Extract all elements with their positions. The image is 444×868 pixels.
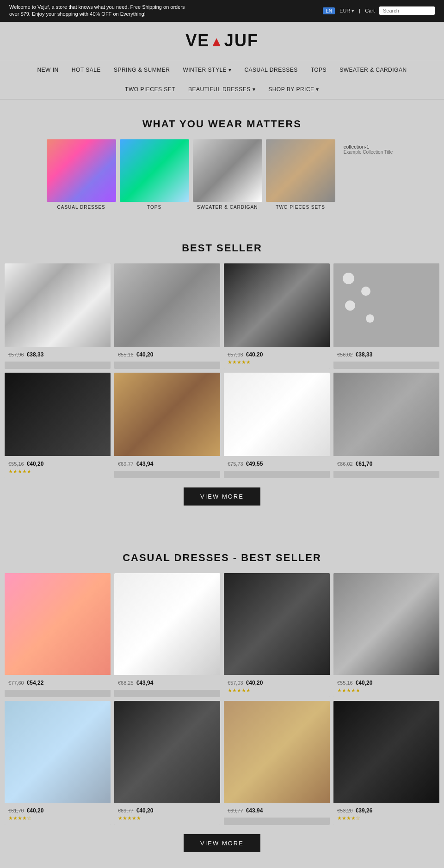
nav-beautiful-dresses[interactable]: BEAUTIFUL DRESSES ▾ (182, 83, 262, 95)
old-price: €68,25 (118, 680, 134, 686)
nav-shop-by-price[interactable]: SHOP BY PRICE ▾ (262, 83, 326, 95)
navigation: NEW IN HOT SALE SPRING & SUMMER WINTER S… (0, 60, 444, 100)
new-price: €61,70 (356, 461, 373, 467)
product-card[interactable]: €69,77 €40,20 ★★★★★ (114, 701, 220, 825)
old-price: €55,16 (8, 461, 24, 467)
product-info: €69,77 €43,94 (224, 803, 330, 818)
price-row: €57,96 €38,33 (8, 351, 107, 358)
old-price: €86,02 (337, 461, 353, 467)
product-card[interactable]: €57,03 €40,20 ★★★★★ (224, 263, 330, 369)
new-price: €43,94 (246, 807, 263, 814)
product-info: €61,70 €40,20 ★★★★☆ (5, 803, 111, 825)
nav-spring-summer[interactable]: SPRING & SUMMER (107, 64, 177, 76)
bestseller-title: BEST SELLER (5, 224, 439, 263)
search-input[interactable] (379, 6, 435, 15)
price-row: €53,20 €39,26 (337, 807, 436, 814)
nav-casual-dresses[interactable]: CASUAL DRESSES (238, 64, 304, 76)
product-card[interactable]: €57,03 €40,20 ★★★★★ (224, 573, 330, 697)
product-card[interactable]: €55,16 €40,20 ★★★★★ (333, 573, 439, 697)
logo[interactable]: VE▲JUF (9, 31, 435, 50)
new-price: €43,94 (136, 680, 154, 686)
product-card[interactable]: €86,02 €61,70 (333, 373, 439, 478)
old-price: €69,77 (118, 808, 134, 813)
product-image (114, 573, 220, 675)
star-rating: ★★★★★ (228, 359, 326, 365)
old-price: €75,73 (228, 461, 243, 467)
nav-sweater-cardigan[interactable]: SWEATER & CARDIGAN (333, 64, 413, 76)
old-price: €69,77 (118, 461, 134, 467)
price-row: €69,77 €40,20 (118, 807, 216, 814)
product-image (224, 263, 330, 347)
old-price: €56,02 (337, 352, 353, 357)
old-price: €57,03 (228, 680, 243, 686)
product-card[interactable]: €77,60 €54,22 (5, 573, 111, 697)
view-more-wrap: VIEW MORE (5, 478, 439, 519)
nav-new-in[interactable]: NEW IN (31, 64, 65, 76)
new-price: €54,22 (27, 680, 44, 686)
product-card[interactable]: €61,70 €40,20 ★★★★☆ (5, 701, 111, 825)
product-card[interactable]: €75,73 €49,55 (224, 373, 330, 478)
casual-view-more-wrap: VIEW MORE (5, 825, 439, 866)
price-row: €69,77 €43,94 (118, 461, 216, 467)
product-info: €55,16 €40,20 ★★★★★ (333, 675, 439, 697)
star-rating: ★★★★☆ (8, 815, 107, 821)
product-image (114, 701, 220, 803)
old-price: €57,96 (8, 352, 24, 357)
product-card[interactable]: €57,96 €38,33 (5, 263, 111, 369)
collection-img-sweater (193, 139, 262, 202)
product-card[interactable]: €69,77 €43,94 (114, 373, 220, 478)
new-price: €40,20 (246, 351, 263, 358)
price-row: €68,25 €43,94 (118, 680, 216, 686)
star-rating: ★★★★☆ (337, 815, 436, 821)
old-price: €55,16 (118, 352, 134, 357)
product-card[interactable]: €56,02 €38,33 (333, 263, 439, 369)
casual-grid: €77,60 €54,22 €68,25 €43,94 €57,03 €40,2… (5, 573, 439, 825)
nav-row-2: TWO PIECES SET BEAUTIFUL DRESSES ▾ SHOP … (0, 80, 444, 99)
price-row: €77,60 €54,22 (8, 680, 107, 686)
product-image (5, 573, 111, 675)
view-more-button[interactable]: VIEW MORE (184, 487, 260, 506)
collection-img-two-pieces (266, 139, 335, 202)
language-selector[interactable]: EN (323, 7, 335, 14)
collection-subtitle: Example Collection Title (344, 150, 393, 155)
collection-title: WHAT YOU WEAR MATTERS (5, 100, 439, 139)
collection-badge: collection-1 (344, 144, 393, 150)
collection-item-casual[interactable]: CASUAL DRESSES (47, 139, 116, 210)
product-card[interactable]: €55,16 €40,20 ★★★★★ (5, 373, 111, 478)
new-price: €40,20 (246, 680, 263, 686)
collection-item-sweater[interactable]: SWEATER & CARDIGAN (193, 139, 262, 210)
product-info: €57,03 €40,20 ★★★★★ (224, 347, 330, 369)
price-row: €75,73 €49,55 (228, 461, 326, 467)
product-image (224, 373, 330, 456)
nav-row-1: NEW IN HOT SALE SPRING & SUMMER WINTER S… (0, 60, 444, 80)
product-info: €55,16 €40,20 (114, 347, 220, 362)
price-row: €61,70 €40,20 (8, 807, 107, 814)
collection-img-casual (47, 139, 116, 202)
collection-item-two-pieces[interactable]: TWO PIECES SETS (266, 139, 335, 210)
collection-label-tops: TOPS (147, 205, 161, 210)
nav-tops[interactable]: TOPS (304, 64, 333, 76)
product-info: €68,25 €43,94 (114, 675, 220, 690)
product-info: €55,16 €40,20 ★★★★★ (5, 456, 111, 478)
cart-link[interactable]: Cart (365, 8, 375, 13)
header-right: EN EUR ▾ | Cart (323, 6, 435, 15)
old-price: €61,70 (8, 808, 24, 813)
currency-selector[interactable]: EUR ▾ (339, 8, 354, 14)
product-info: €69,77 €43,94 (114, 456, 220, 471)
collection-item-tops[interactable]: TOPS (120, 139, 189, 210)
product-image (333, 263, 439, 347)
price-row: €86,02 €61,70 (337, 461, 436, 467)
product-info: €69,77 €40,20 ★★★★★ (114, 803, 220, 825)
product-card[interactable]: €55,16 €40,20 (114, 263, 220, 369)
nav-two-pieces[interactable]: TWO PIECES SET (118, 83, 182, 95)
new-price: €40,20 (136, 807, 154, 814)
nav-hot-sale[interactable]: HOT SALE (65, 64, 107, 76)
price-row: €57,03 €40,20 (228, 680, 326, 686)
nav-winter-style[interactable]: WINTER STYLE ▾ (176, 64, 238, 76)
product-card[interactable]: €68,25 €43,94 (114, 573, 220, 697)
product-image (5, 373, 111, 456)
casual-view-more-button[interactable]: VIEW MORE (184, 834, 260, 852)
product-card[interactable]: €69,77 €43,94 (224, 701, 330, 825)
old-price: €69,77 (228, 808, 243, 813)
product-card[interactable]: €53,20 €39,26 ★★★★☆ (333, 701, 439, 825)
